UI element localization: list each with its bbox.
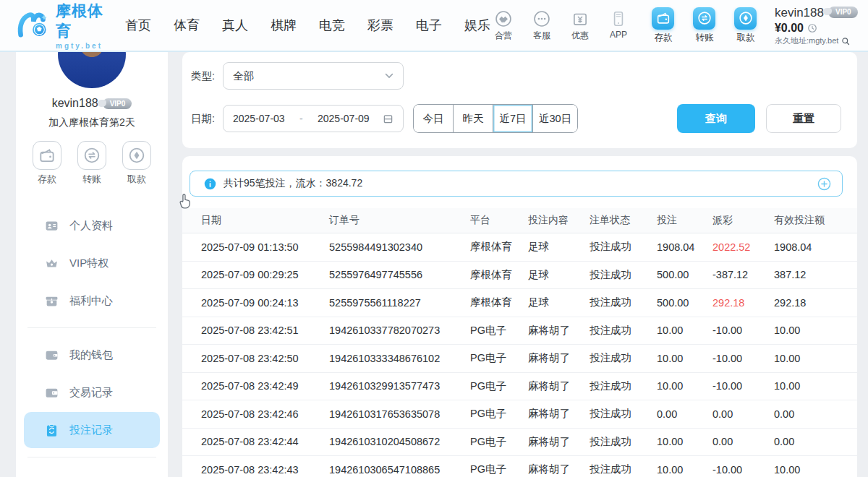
cell-status: 投注成功 — [590, 268, 657, 282]
quick-link-label: APP — [610, 30, 627, 40]
brand-domain: mgty.bet — [56, 42, 109, 50]
topbar-promo-link[interactable]: 优惠 — [567, 9, 593, 42]
topbar-quick-links: 合营客服优惠APP — [490, 9, 631, 42]
nav-item[interactable]: 彩票 — [367, 17, 393, 34]
nav-item[interactable]: 棋牌 — [271, 17, 297, 34]
table-row: 2025-07-08 23:42:491942610329913577473PG… — [182, 373, 857, 401]
expand-circle-icon[interactable] — [817, 177, 831, 191]
sidebar-transfer-button[interactable]: 转账 — [77, 141, 106, 186]
cell-bet: 10.00 — [657, 464, 712, 476]
type-select[interactable]: 全部 — [223, 62, 404, 90]
topbar-transfer-button[interactable]: 转账 — [690, 7, 719, 44]
bet-records-panel: 共计95笔投注，流水：3824.72 日期订单号平台投注内容注单状态投注派彩有效… — [182, 156, 857, 477]
withdraw-icon — [122, 141, 151, 170]
profile-icon — [44, 218, 59, 233]
calendar-icon — [383, 113, 393, 124]
menu-divider — [27, 457, 156, 457]
cell-content: 麻将胡了 — [528, 351, 590, 365]
welfare-icon — [44, 293, 59, 309]
query-button[interactable]: 查询 — [677, 104, 755, 133]
nav-item[interactable]: 电竞 — [319, 17, 345, 34]
cell-payout: 0.00 — [712, 408, 774, 420]
sidebar-item-redeem[interactable]: 兑奖记录 — [24, 466, 160, 477]
cell-status: 投注成功 — [590, 296, 657, 309]
brand-logo-icon — [16, 7, 50, 43]
table-row: 2025-07-08 23:42:511942610337782070273PG… — [182, 317, 857, 345]
user-info-block: kevin188 VIP0 ¥0.00 永久地址:mgty.bet — [775, 5, 858, 46]
action-label: 转账 — [695, 32, 713, 44]
quick-range-button[interactable]: 昨天 — [454, 105, 493, 132]
cell-payout: 2022.52 — [712, 241, 774, 253]
cell-valid: 10.00 — [774, 380, 843, 392]
vip-icon — [44, 256, 59, 271]
topbar-service-link[interactable]: 客服 — [529, 9, 555, 42]
transaction-icon — [44, 385, 59, 400]
cell-platform: PG电子 — [470, 407, 528, 421]
column-header: 平台 — [470, 214, 528, 227]
search-address-icon[interactable] — [841, 37, 850, 46]
cell-date: 2025-07-09 01:13:50 — [201, 241, 329, 253]
sidebar-deposit-button[interactable]: 存款 — [33, 141, 61, 186]
sidebar: kevin188 VIP0 加入摩根体育第2天 存款转账取款 个人资料VIP特权… — [16, 52, 168, 477]
cell-valid: 387.12 — [774, 269, 843, 280]
refresh-balance-icon[interactable] — [807, 23, 817, 33]
sidebar-item-bet-record[interactable]: 投注记录 — [24, 412, 160, 448]
topbar-withdraw-button[interactable]: 取款 — [731, 7, 760, 44]
cell-order: 1942610306547108865 — [329, 464, 470, 476]
quick-link-label: 优惠 — [571, 30, 589, 42]
cell-payout: -387.12 — [712, 269, 774, 280]
date-range-input[interactable]: 2025-07-03 - 2025-07-09 — [223, 105, 404, 132]
cell-platform: 摩根体育 — [470, 296, 528, 309]
sidebar-item-vip[interactable]: VIP特权 — [24, 245, 160, 281]
cell-bet: 0.00 — [657, 408, 712, 420]
quick-range-button[interactable]: 近7日 — [493, 105, 533, 132]
column-header: 投注内容 — [528, 214, 590, 227]
cell-status: 投注成功 — [590, 463, 657, 476]
cell-order: 1942610310204508672 — [329, 436, 470, 447]
cell-platform: PG电子 — [470, 324, 528, 338]
username: kevin188 — [775, 5, 824, 20]
table-row: 2025-07-09 01:13:505255984491302340摩根体育足… — [182, 233, 857, 262]
app-icon — [609, 9, 628, 28]
transfer-icon — [77, 141, 106, 170]
type-select-value: 全部 — [233, 69, 254, 83]
cell-platform: 摩根体育 — [470, 268, 528, 282]
nav-item[interactable]: 电子 — [416, 17, 442, 34]
sidebar-item-transaction[interactable]: 交易记录 — [24, 374, 160, 411]
action-label: 存款 — [654, 32, 672, 44]
partner-icon — [494, 9, 513, 28]
nav-item[interactable]: 首页 — [125, 17, 151, 34]
cell-valid: 10.00 — [774, 464, 843, 476]
sidebar-item-wallet[interactable]: 我的钱包 — [24, 337, 160, 373]
quick-range-button[interactable]: 今日 — [414, 105, 454, 132]
nav-item[interactable]: 体育 — [174, 17, 200, 34]
sidebar-item-profile[interactable]: 个人资料 — [24, 207, 160, 244]
vip-badge: VIP0 — [828, 7, 858, 19]
cell-valid: 10.00 — [774, 353, 843, 364]
cell-status: 投注成功 — [590, 435, 657, 449]
quick-range-button[interactable]: 近30日 — [533, 105, 577, 132]
table-header-row: 日期订单号平台投注内容注单状态投注派彩有效投注额 — [182, 208, 857, 233]
column-header: 派彩 — [712, 214, 774, 227]
cell-valid: 10.00 — [774, 325, 843, 336]
wallet-icon — [44, 348, 59, 363]
brand-logo[interactable]: 摩根体育 mgty.bet — [16, 1, 109, 50]
table-row: 2025-07-08 23:42:441942610310204508672PG… — [182, 429, 857, 457]
topbar-app-link[interactable]: APP — [605, 9, 631, 42]
main-nav: 首页体育真人棋牌电竞彩票电子娱乐 — [125, 17, 490, 34]
sidebar-item-welfare[interactable]: 福利中心 — [24, 283, 160, 319]
cell-bet: 10.00 — [657, 325, 712, 336]
deposit-icon — [33, 141, 61, 170]
column-header: 注单状态 — [590, 214, 657, 227]
cell-bet: 500.00 — [657, 269, 712, 280]
cell-order: 5255976497745556 — [329, 269, 470, 280]
sidebar-withdraw-button[interactable]: 取款 — [122, 141, 151, 186]
reset-button[interactable]: 重置 — [766, 104, 841, 133]
topbar-deposit-button[interactable]: 存款 — [649, 7, 678, 44]
sidebar-item-label: 投注记录 — [69, 424, 113, 437]
nav-item[interactable]: 真人 — [222, 17, 248, 34]
cell-order: 1942610337782070273 — [329, 325, 470, 336]
topbar-partner-link[interactable]: 合营 — [490, 9, 516, 42]
date-from-value: 2025-07-03 — [233, 113, 285, 124]
nav-item[interactable]: 娱乐 — [464, 17, 490, 34]
